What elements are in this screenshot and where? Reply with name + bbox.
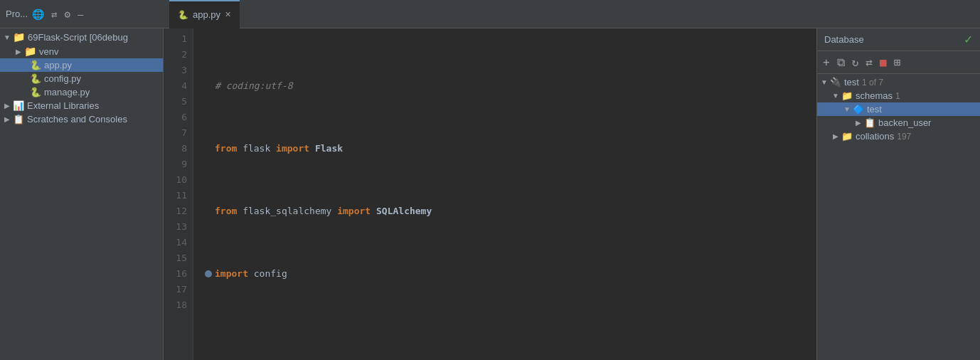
sidebar: ▼ 📁 69Flask-Script [06debug ▶ 📁 venv 🐍 a…	[0, 28, 164, 360]
kw-from: from	[215, 203, 243, 219]
gear-icon[interactable]: ⚙	[65, 9, 70, 20]
arrow-icon	[20, 61, 28, 69]
minimize-icon[interactable]: —	[78, 9, 83, 20]
db-database-icon: 🔌	[830, 77, 841, 88]
sidebar-item-label: venv	[39, 46, 58, 57]
file-py-icon: 🐍	[30, 73, 41, 84]
db-tree-item-backen-user[interactable]: ▶ 📋 backen_user	[817, 116, 980, 129]
code-area[interactable]: 1 2 3 4 5 6 7 8 9 10 11 12 13 14 15 16 1…	[164, 28, 816, 360]
globe-icon[interactable]: 🌐	[32, 9, 44, 20]
db-grid-icon[interactable]: ⊞	[893, 54, 902, 70]
top-icons: 🌐 ⇄ ⚙ —	[32, 9, 83, 20]
db-folder-icon: 📁	[841, 131, 853, 142]
db-item-label: test	[867, 104, 882, 115]
db-sync-icon[interactable]: ⇄	[864, 54, 874, 70]
code-comment: # coding:utf-8	[215, 78, 293, 94]
db-tree-item-test-schema[interactable]: ▼ 🔷 test	[817, 102, 980, 116]
kw-import: import	[215, 266, 254, 282]
import-name: config	[254, 266, 287, 282]
db-item-meta: 1	[895, 91, 900, 101]
db-item-label: backen_user	[878, 117, 931, 128]
top-bar: Pro... 🌐 ⇄ ⚙ — 🐍 app.py ✕	[0, 0, 980, 28]
db-tree-item-collations[interactable]: ▶ 📁 collations 197	[817, 129, 980, 143]
db-add-icon[interactable]: +	[821, 54, 831, 70]
tab-label: app.py	[193, 9, 220, 20]
db-item-label: collations	[856, 131, 894, 142]
db-schema-db-icon: 🔷	[853, 104, 864, 115]
sidebar-item-manage-py[interactable]: 🐍 manage.py	[0, 85, 163, 99]
db-schema-icon: 📁	[841, 90, 853, 101]
db-toolbar: + ⧉ ↻ ⇄ ■ ⊞	[817, 51, 980, 74]
arrow-icon: ▶	[14, 48, 23, 55]
db-arrow-icon: ▼	[831, 92, 840, 100]
module-name: flask	[243, 141, 276, 157]
db-arrow-icon: ▼	[843, 105, 851, 113]
db-stop-icon[interactable]: ■	[878, 54, 888, 70]
db-check-icon: ✓	[964, 33, 973, 46]
kw-from: from	[215, 141, 243, 157]
split-icon[interactable]: ⇄	[51, 9, 57, 20]
kw-import: import	[276, 141, 315, 157]
kw-import: import	[337, 203, 376, 219]
db-arrow-icon: ▶	[854, 119, 863, 127]
folder-icon: 📁	[24, 46, 36, 57]
db-arrow-icon: ▶	[831, 132, 840, 140]
sidebar-item-label: Scratches and Consoles	[27, 114, 127, 125]
db-item-meta: 1 of 7	[862, 78, 883, 88]
db-arrow-icon: ▼	[820, 78, 829, 86]
module-name: flask_sqlalchemy	[243, 203, 337, 219]
db-item-label: schemas	[856, 90, 893, 101]
arrow-icon: ▶	[3, 115, 11, 123]
db-title: Database	[824, 34, 864, 45]
db-copy-icon[interactable]: ⧉	[836, 54, 846, 70]
breakpoint-dot[interactable]	[205, 270, 212, 277]
arrow-icon	[20, 88, 28, 96]
db-table-icon: 📋	[864, 117, 875, 128]
db-panel: Database ✓ + ⧉ ↻ ⇄ ■ ⊞ ▼ 🔌 test 1 of 7 ▼…	[816, 28, 980, 360]
code-content[interactable]: # coding:utf-8 from flask import Flask f…	[193, 28, 816, 360]
db-refresh-icon[interactable]: ↻	[851, 54, 861, 70]
tab-app-py[interactable]: 🐍 app.py ✕	[169, 0, 240, 28]
code-line-2: from flask import Flask	[205, 141, 816, 157]
code-line-3: from flask_sqlalchemy import SQLAlchemy	[205, 203, 816, 219]
db-tree-item-test[interactable]: ▼ 🔌 test 1 of 7	[817, 75, 980, 89]
editor: 1 2 3 4 5 6 7 8 9 10 11 12 13 14 15 16 1…	[164, 28, 816, 360]
sidebar-item-label: manage.py	[44, 87, 90, 97]
sidebar-item-config-py[interactable]: 🐍 config.py	[0, 72, 163, 85]
folder-icon: 📁	[13, 31, 25, 43]
sidebar-item-app-py[interactable]: 🐍 app.py	[0, 58, 163, 72]
file-py-icon: 🐍	[30, 60, 41, 70]
db-item-label: test	[844, 77, 859, 88]
top-bar-left: Pro... 🌐 ⇄ ⚙ —	[6, 9, 169, 20]
db-tree-item-schemas[interactable]: ▼ 📁 schemas 1	[817, 89, 980, 102]
import-name: SQLAlchemy	[376, 203, 432, 219]
code-line-1: # coding:utf-8	[205, 78, 816, 94]
tab-close-icon[interactable]: ✕	[225, 10, 231, 19]
tab-bar: 🐍 app.py ✕	[169, 0, 974, 28]
sidebar-item-label: app.py	[44, 60, 72, 70]
sidebar-item-venv[interactable]: ▶ 📁 venv	[0, 44, 163, 58]
db-tree: ▼ 🔌 test 1 of 7 ▼ 📁 schemas 1 ▼ 🔷 test ▶	[817, 74, 980, 360]
arrow-icon: ▼	[3, 33, 11, 41]
ext-lib-icon: 📊	[13, 100, 24, 111]
sidebar-item-scratches[interactable]: ▶ 📋 Scratches and Consoles	[0, 112, 163, 126]
sidebar-item-external-libs[interactable]: ▶ 📊 External Libraries	[0, 99, 163, 112]
db-header: Database ✓	[817, 28, 980, 51]
sidebar-item-label: config.py	[44, 73, 81, 84]
import-name: Flask	[315, 141, 343, 157]
code-line-5	[205, 329, 816, 360]
sidebar-item-project-root[interactable]: ▼ 📁 69Flask-Script [06debug	[0, 30, 163, 44]
code-line-4: import config	[205, 266, 816, 282]
sidebar-item-label: External Libraries	[27, 100, 99, 111]
arrow-icon	[20, 75, 28, 83]
db-item-meta: 197	[897, 132, 911, 142]
line-numbers: 1 2 3 4 5 6 7 8 9 10 11 12 13 14 15 16 1…	[164, 28, 193, 360]
main-layout: ▼ 📁 69Flask-Script [06debug ▶ 📁 venv 🐍 a…	[0, 28, 980, 360]
scratch-icon: 📋	[13, 114, 24, 125]
arrow-icon: ▶	[3, 102, 11, 110]
py-file-icon: 🐍	[178, 10, 188, 20]
sidebar-item-label: 69Flask-Script [06debug	[28, 32, 128, 43]
file-py-icon: 🐍	[30, 87, 41, 97]
project-label[interactable]: Pro...	[6, 9, 28, 19]
